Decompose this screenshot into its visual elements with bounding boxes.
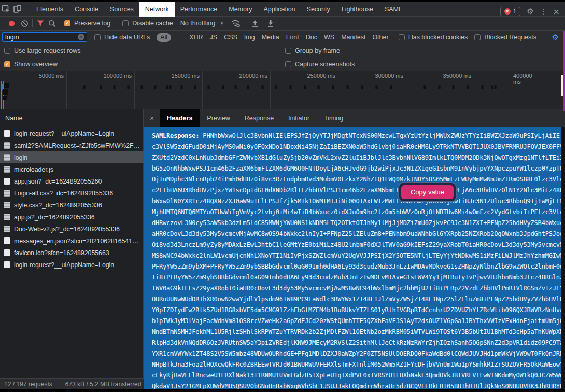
type-filter-img[interactable]: Img xyxy=(244,34,255,41)
table-row[interactable]: app.js?_dc=1624892055336 xyxy=(0,211,144,223)
tab-network[interactable]: Network xyxy=(139,2,175,17)
group-by-frame-toggle[interactable]: Group by frame xyxy=(285,47,340,54)
chevron-down-icon: ▼ xyxy=(220,21,224,26)
type-filter-other[interactable]: Other xyxy=(372,34,388,41)
table-row[interactable]: microloader.js xyxy=(0,163,144,175)
inspect-element-icon[interactable] xyxy=(0,4,11,15)
clear-filter-icon[interactable]: × xyxy=(78,34,84,40)
type-filter-js[interactable]: JS xyxy=(210,34,218,41)
type-filter-xhr[interactable]: XHR xyxy=(189,34,203,41)
type-filter-ws[interactable]: WS xyxy=(324,34,334,41)
error-badge[interactable]: × 1 xyxy=(500,7,520,16)
overview-request-cluster xyxy=(3,89,8,95)
table-row[interactable]: style.css?_dc=1624892055336 xyxy=(0,199,144,211)
table-row[interactable]: login xyxy=(0,151,144,163)
saml-response-line: TWV0aG9kIEFsZ29yaXRobT0iaHR0cDovL3d3dy53… xyxy=(152,283,561,294)
tab-sources[interactable]: Sources xyxy=(104,2,139,17)
tab-lighthouse[interactable]: Lighthouse xyxy=(336,2,379,17)
overview-request-mark xyxy=(346,85,349,89)
saml-response-line: OURuUUNwWUdDRThXR0owN2wwYjdlVlpsdm96TW89… xyxy=(152,294,561,305)
tab-saml[interactable]: SAML xyxy=(379,2,408,17)
type-filter-font[interactable]: Font xyxy=(286,34,299,41)
device-toolbar-icon[interactable] xyxy=(11,4,23,15)
request-name: messages_en.json?sfcn=20210628165415&… xyxy=(14,237,144,245)
tab-memory[interactable]: Memory xyxy=(223,2,258,17)
show-overview-toggle[interactable]: ✓ Show overview xyxy=(4,61,58,68)
details-tab-response[interactable]: Response xyxy=(237,109,281,127)
toolbar-divider xyxy=(25,5,25,13)
clear-network-log-icon[interactable] xyxy=(19,18,30,29)
timeline-gridline xyxy=(474,71,474,109)
record-network-log-icon[interactable] xyxy=(9,21,15,26)
request-name: saml2?SAMLRequest=rZJfb5swFMW%2FC… xyxy=(14,142,144,149)
type-filter-media[interactable]: Media xyxy=(262,34,279,41)
hide-data-urls-toggle[interactable]: Hide data URLs xyxy=(94,34,150,41)
details-tab-timing[interactable]: Timing xyxy=(317,109,350,127)
blocked-requests-toggle[interactable]: Blocked Requests xyxy=(474,34,536,41)
capture-screenshots-toggle[interactable]: Capture screenshots xyxy=(285,61,355,68)
overview-request-cluster xyxy=(4,83,9,88)
details-tab-headers[interactable]: Headers xyxy=(160,109,200,127)
timeline-gridline xyxy=(270,71,271,109)
tab-application[interactable]: Application xyxy=(258,2,301,17)
request-name: Duo-Web-v2.js?_dc=1624892055336 xyxy=(14,226,123,233)
saml-response-line: b1pIWkJyM3lVajFacWdnVm81OS8rcVZweHk2aGpZ… xyxy=(152,316,561,327)
file-icon xyxy=(4,130,10,137)
saml-response-line: SAMLResponse: PHNhbWxwOlJlc3BvbnNlIElEPS… xyxy=(152,131,561,142)
overview-request-mark xyxy=(494,85,497,89)
table-row[interactable]: messages_en.json?sfcn=20210628165415&… xyxy=(0,235,144,247)
use-large-request-rows-toggle[interactable]: Use large request rows xyxy=(4,47,81,54)
disable-cache-toggle[interactable]: Disable cache xyxy=(122,20,173,27)
search-icon[interactable] xyxy=(46,18,58,29)
import-har-icon[interactable] xyxy=(249,18,261,29)
kebab-menu-icon[interactable]: ⋮ xyxy=(540,8,547,16)
overview-request-mark xyxy=(166,85,168,89)
request-name: app.json?_dc=1624892055260 xyxy=(14,178,105,185)
overview-request-mark xyxy=(423,85,426,89)
timeline-gridline xyxy=(542,71,542,109)
overview-request-mark xyxy=(180,85,183,89)
requests-column-header[interactable]: Name xyxy=(0,109,143,127)
table-row[interactable]: login-request?__uiAppName=Login xyxy=(0,259,144,271)
has-blocked-cookies-toggle[interactable]: Has blocked cookies xyxy=(399,34,468,41)
tab-console[interactable]: Console xyxy=(69,2,104,17)
copy-value-button[interactable]: Copy value xyxy=(401,185,454,199)
saml-response-line: aHR0cDovL3d3dy53My5vcmcvMjAwMC8wOS94bWxk… xyxy=(152,229,561,240)
filter-input[interactable] xyxy=(3,34,70,41)
type-filter-doc[interactable]: Doc xyxy=(306,34,317,41)
filter-icon[interactable] xyxy=(35,18,46,29)
saml-response-line: cFkyRjBaVEFlRncweU1ERXlNak13T1RNMU1UVmFG… xyxy=(152,370,561,381)
close-devtools-icon[interactable]: × xyxy=(553,7,560,17)
table-row[interactable]: Duo-Web-v2.js?_dc=1624892055336 xyxy=(0,223,144,235)
details-tab-initiator[interactable]: Initiator xyxy=(281,109,317,127)
checkbox-unchecked-icon xyxy=(285,61,291,67)
devtools-tabs: ElementsConsoleSourcesNetworkPerformance… xyxy=(31,2,408,17)
tab-security[interactable]: Security xyxy=(301,2,336,17)
preserve-log-toggle[interactable]: ✓ Preserve log xyxy=(64,20,110,27)
export-har-icon[interactable] xyxy=(265,18,276,29)
table-row[interactable]: Login-all.css?_dc=1624892055336 xyxy=(0,187,144,199)
network-settings-gear-icon[interactable]: ⚙ xyxy=(552,33,559,42)
throttling-dropdown[interactable]: No throttling ▼ xyxy=(180,20,224,27)
table-row[interactable]: app.json?_dc=1624892055260 xyxy=(0,175,144,187)
close-details-icon[interactable]: × xyxy=(144,114,160,122)
type-filter-manifest[interactable]: Manifest xyxy=(341,34,365,41)
file-icon xyxy=(4,249,10,256)
settings-gear-icon[interactable]: ⚙ xyxy=(527,7,533,16)
network-conditions-icon[interactable] xyxy=(230,18,242,29)
table-row[interactable]: favicon.ico?sfcn=1624892055663 xyxy=(0,247,144,259)
overview-request-mark xyxy=(127,85,130,89)
table-row[interactable]: saml2?SAMLRequest=rZJfb5swFMW%2FC… xyxy=(0,139,144,151)
headers-content[interactable]: SAMLResponse: PHNhbWxwOlJlc3BvbnNlIElEPS… xyxy=(144,127,561,389)
network-overview-timeline[interactable]: 50000 ms100000 ms150000 ms200000 ms25000… xyxy=(0,71,565,109)
timeline-tick-label: 100000 ms xyxy=(104,73,132,79)
type-filter-css[interactable]: CSS xyxy=(224,34,237,41)
table-row[interactable]: login-request?__uiAppName=Login xyxy=(0,128,144,139)
saml-response-line: NHpBTkJna3Foa2lHOXcwQkFRc0ZBREEwTVRJd01B… xyxy=(152,359,561,370)
type-filter-all[interactable]: All xyxy=(157,33,171,42)
tab-performance[interactable]: Performance xyxy=(175,2,223,17)
window-bottom-edge xyxy=(0,389,565,392)
details-tab-preview[interactable]: Preview xyxy=(200,109,237,127)
tab-elements[interactable]: Elements xyxy=(31,2,69,17)
timeline-tick-label: 300000 ms xyxy=(375,73,403,79)
